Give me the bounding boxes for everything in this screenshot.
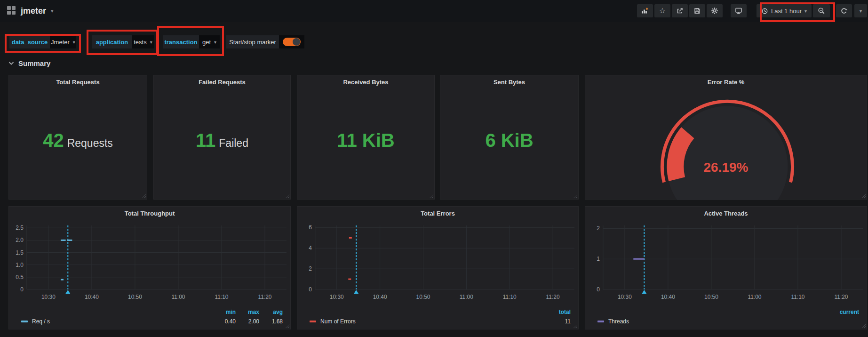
y-axis-tick-label: 1.5 [16, 249, 24, 256]
legend-stat-header[interactable]: current [836, 309, 859, 315]
panel-title[interactable]: Sent Bytes [440, 79, 578, 86]
y-axis-tick-label: 0 [597, 286, 600, 293]
caret-down-icon: ▾ [214, 40, 216, 45]
series-name[interactable]: Threads [608, 318, 629, 325]
share-button[interactable] [672, 4, 688, 17]
x-axis-tick-label: 11:00 [748, 294, 761, 300]
legend-stat-headers: current [597, 307, 859, 316]
x-axis-tick-label: 10:40 [661, 294, 675, 300]
zoom-out-button[interactable] [813, 4, 830, 17]
legend-stat-headers: min max avg [21, 307, 283, 316]
y-axis-tick-label: 2 [309, 265, 312, 272]
marker-toggle-label: Start/stop marker [226, 35, 279, 48]
legend-stat-header[interactable]: min [212, 309, 236, 315]
stat-suffix: Failed [219, 137, 248, 149]
panel-title[interactable]: Total Errors [297, 210, 578, 217]
stat-number: 6 KiB [485, 130, 533, 151]
panel-title[interactable]: Active Threads [585, 210, 867, 217]
panel-title[interactable]: Error Rate % [585, 79, 867, 86]
x-axis-tick-label: 11:20 [835, 294, 848, 300]
dashboard-title[interactable]: jmeter [21, 6, 46, 16]
save-button[interactable] [689, 4, 705, 17]
variable-select-transaction[interactable]: get ▾ [199, 35, 220, 48]
stat-number: 11 KiB [337, 130, 394, 151]
caret-down-icon: ▾ [51, 8, 54, 14]
legend-stat-headers: total [310, 307, 571, 316]
series-point [348, 279, 351, 280]
chart-total-errors[interactable]: 024610:3010:4010:5011:0011:1011:20 [297, 207, 578, 306]
series-name[interactable]: Num of Errors [320, 318, 356, 325]
panel-title[interactable]: Failed Requests [154, 79, 290, 86]
variable-select-application[interactable]: tests ▾ [132, 35, 154, 48]
time-range-picker[interactable]: Last 1 hour ▾ [757, 4, 812, 17]
chart-legend: total Num of Errors 11 [297, 307, 578, 327]
variable-label-application: application [92, 35, 132, 48]
stat-number: 42 [43, 130, 64, 151]
panel-resize-handle[interactable] [429, 193, 433, 198]
legend-stat-header[interactable]: avg [259, 309, 283, 315]
y-axis-tick-label: 0 [20, 286, 24, 293]
settings-button[interactable] [707, 4, 723, 17]
cycle-view-button[interactable] [731, 4, 747, 17]
panel-title[interactable]: Received Bytes [297, 79, 434, 86]
panel-resize-handle[interactable] [141, 193, 146, 198]
toggle-on-switch[interactable] [283, 38, 301, 46]
zoom-out-icon [818, 7, 825, 15]
star-button[interactable]: ☆ [654, 4, 670, 17]
series-point [349, 237, 352, 239]
annotation-marker [65, 290, 70, 294]
x-axis-tick-label: 10:30 [41, 294, 56, 300]
refresh-icon [840, 7, 848, 15]
variable-select-data-source[interactable]: Jmeter ▾ [50, 35, 76, 48]
section-header-summary[interactable]: Summary [8, 57, 50, 69]
x-axis-tick-label: 10:30 [330, 294, 344, 300]
caret-down-icon: ▾ [73, 40, 75, 45]
x-axis-tick-label: 11:10 [503, 294, 517, 300]
series-name[interactable]: Req / s [32, 318, 50, 325]
marker-toggle[interactable] [279, 35, 304, 48]
x-axis-tick-label: 11:10 [215, 294, 228, 300]
toggle-knob [293, 38, 300, 46]
navbar: jmeter ▾ ☆ Last 1 hour [0, 0, 868, 22]
y-axis-tick-label: 0.5 [16, 274, 24, 281]
caret-down-icon: ▾ [150, 40, 152, 45]
x-axis-tick-label: 11:20 [258, 294, 272, 300]
section-title: Summary [18, 59, 50, 67]
variable-value-application: tests [134, 39, 146, 46]
x-axis-tick-label: 10:30 [618, 294, 632, 300]
x-axis-tick-label: 10:50 [416, 294, 430, 300]
refresh-button[interactable] [836, 4, 852, 17]
chart-total-throughput[interactable]: 00.51.01.52.02.510:3010:4010:5011:0011:1… [9, 207, 290, 306]
error-rate-gauge [585, 75, 867, 199]
panel-total-errors: Total Errors 024610:3010:4010:5011:0011:… [297, 206, 579, 329]
series-color-dash [310, 321, 316, 322]
legend-stat-header[interactable]: total [547, 309, 571, 315]
legend-stat-header[interactable]: max [236, 309, 259, 315]
add-panel-button[interactable] [637, 4, 653, 17]
panel-total-requests: Total Requests 42Requests [8, 75, 147, 200]
monitor-icon [735, 7, 742, 15]
chart-legend: current Threads [585, 307, 867, 327]
time-range-label: Last 1 hour [771, 8, 802, 15]
chevron-down-icon [8, 61, 14, 65]
panel-resize-handle[interactable] [573, 193, 577, 198]
stat-suffix: Requests [67, 137, 113, 149]
chart-legend: min max avg Req / s 0.40 2.00 1.68 [9, 307, 290, 327]
stat-value: 6 KiB [440, 130, 578, 151]
legend-stat-value: 1.68 [259, 318, 283, 325]
apps-grid-icon[interactable] [7, 6, 16, 17]
x-axis-tick-label: 10:40 [373, 294, 387, 300]
chart-active-threads[interactable]: 01210:3010:4010:5011:0011:1011:20 [585, 207, 867, 306]
panel-resize-handle[interactable] [285, 193, 289, 198]
panel-failed-requests: Failed Requests 11Failed [153, 75, 291, 200]
y-axis-tick-label: 2 [597, 225, 600, 232]
x-axis-tick-label: 10:50 [128, 294, 142, 300]
panel-error-rate: Error Rate % 26.19% [585, 75, 867, 200]
panel-title[interactable]: Total Throughput [9, 210, 290, 217]
panel-sent-bytes: Sent Bytes 6 KiB [440, 75, 579, 200]
gear-icon [711, 7, 718, 15]
refresh-interval-button[interactable]: ▾ [854, 4, 867, 17]
legend-series-row: Threads [597, 316, 859, 327]
panel-title[interactable]: Total Requests [9, 79, 147, 86]
star-icon: ☆ [659, 7, 666, 15]
